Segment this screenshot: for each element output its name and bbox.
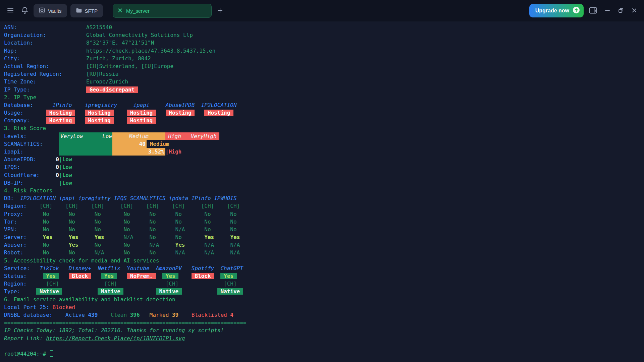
tab-vaults[interactable]: Vaults (34, 4, 67, 17)
text-segment (214, 273, 220, 279)
text-segment: No (95, 219, 101, 225)
text-segment (26, 242, 43, 248)
text-segment: No (230, 211, 236, 217)
text-segment: [CH] (166, 281, 179, 287)
text-segment (23, 110, 46, 116)
text-segment: Block (69, 273, 91, 279)
terminal-line: Proxy: No No No No No No No No (4, 210, 644, 218)
text-segment: AbuseIPDB (166, 102, 195, 108)
text-segment: Low (62, 180, 72, 186)
text-segment: Medium (112, 132, 165, 140)
text-segment: N/A (95, 249, 104, 256)
terminal-line: Organization:Global Connectivity Solutio… (4, 31, 644, 39)
text-segment (59, 140, 112, 148)
text-segment (156, 211, 175, 217)
text-segment: [CH] (104, 281, 117, 287)
text-segment: No (204, 226, 211, 233)
text-segment: Blacklisted (192, 312, 230, 318)
text-segment: Tor: (4, 219, 17, 225)
text-segment (214, 234, 230, 240)
text-segment (114, 110, 127, 116)
text-segment (75, 219, 95, 225)
close-tab-icon[interactable] (118, 8, 122, 14)
text-segment: City: (4, 55, 86, 62)
text-segment (130, 242, 150, 248)
text-segment (182, 265, 192, 272)
text-segment: No (69, 211, 75, 217)
text-segment: DNSBL database: (4, 312, 53, 318)
text-segment: AmazonPV (156, 265, 182, 272)
text-segment (130, 249, 150, 256)
text-segment: Actual Region: (4, 62, 86, 70)
text-segment: No (149, 249, 156, 256)
text-segment (59, 273, 69, 279)
text-segment (78, 234, 95, 240)
terminal-line: AbuseIPDB:0|Low (4, 156, 644, 163)
terminal-line: IP Checks Today: 1892; Total: 202716. Th… (4, 326, 644, 334)
text-segment (150, 265, 156, 272)
text-segment: Native (98, 288, 123, 295)
text-segment: [CH] (46, 281, 59, 287)
text-segment (156, 273, 162, 279)
text-segment: Yes (43, 234, 53, 240)
text-segment: TikTok (40, 265, 59, 272)
text-segment: [CH] (40, 203, 53, 209)
terminal-line: root@44204:~# (4, 350, 644, 358)
terminal-line: Report Link: https://Report.Check.Place/… (4, 335, 644, 342)
menu-button[interactable] (5, 5, 16, 17)
text-segment: Native (36, 288, 62, 295)
folder-icon (76, 8, 82, 14)
text-segment: [CH] (172, 203, 185, 209)
text-segment (20, 288, 36, 295)
text-segment: AbuseIPDB:0 (4, 156, 59, 163)
hamburger-icon (7, 7, 14, 15)
text-segment: 3. Risk Score (4, 125, 46, 131)
tab-sftp[interactable]: SFTP (70, 4, 103, 17)
text-segment: Hosting (85, 110, 114, 116)
text-segment: Yes (204, 234, 214, 240)
close-button[interactable] (629, 5, 639, 16)
text-segment: N/A (204, 242, 214, 248)
terminal-line: DNSBL database: Active 439 Clean 396 Mar… (4, 311, 644, 319)
text-segment: Registered Region: (4, 70, 86, 78)
terminal-link[interactable]: https://Report.Check.Place/ip/1BNZFDIP1.… (46, 335, 185, 342)
text-segment: Report Link: (4, 335, 46, 342)
text-segment: Hosting (204, 110, 233, 116)
text-segment (195, 110, 204, 116)
text-segment: | (165, 148, 169, 155)
tab-my-server[interactable]: My_server (113, 4, 212, 18)
text-segment: Service: (4, 265, 30, 272)
terminal-output[interactable]: ASN:AS215540Organization:Global Connecti… (0, 21, 644, 362)
terminal-line: Robot: No No N/A No No N/A N/A N/A (4, 249, 644, 256)
notifications-button[interactable] (19, 5, 30, 17)
text-segment: No (175, 234, 182, 240)
terminal-line: 4. Risk Factors (4, 187, 644, 194)
text-segment (59, 281, 104, 287)
row-label: AbuseIPDB: (4, 156, 36, 163)
text-segment (72, 102, 85, 108)
row-label: Levels: (4, 132, 26, 140)
text-segment: ChatGPT (220, 265, 243, 272)
restore-button[interactable] (616, 5, 626, 16)
text-segment (23, 249, 43, 256)
text-segment: N/A (204, 249, 214, 256)
text-segment: Levels: (4, 132, 59, 140)
text-segment (104, 249, 124, 256)
text-segment: No (230, 226, 236, 233)
terminal-link[interactable]: https://check.place/47.3643,8.5437,15,en (86, 48, 215, 54)
text-segment: Yes (95, 234, 104, 240)
new-tab-button[interactable] (215, 5, 225, 16)
upgrade-button[interactable]: Upgrade now (529, 4, 584, 17)
terminal-line: Usage: Hosting Hosting Hosting Hosting H… (4, 109, 644, 117)
text-segment: High (169, 148, 182, 155)
text-segment: DB: (4, 195, 14, 201)
text-segment (101, 226, 123, 233)
text-segment: [CH] (146, 203, 159, 209)
text-segment (182, 211, 204, 217)
tab-vaults-label: Vaults (48, 8, 62, 14)
text-segment (101, 219, 123, 225)
minimize-button[interactable] (602, 5, 612, 16)
text-segment: Yes (162, 273, 178, 279)
panel-toggle-button[interactable] (587, 5, 599, 17)
text-segment: 5. Accessibility check for media and AI … (4, 257, 159, 264)
